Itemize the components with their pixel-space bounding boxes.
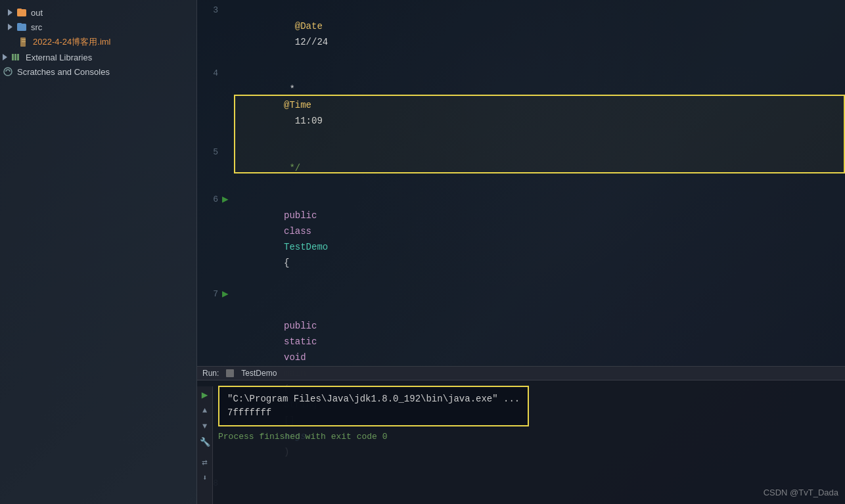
folder-icon-out: [16, 7, 27, 18]
line-num-5: 5: [197, 145, 229, 160]
extlib-icon: [11, 52, 22, 62]
run-name: TestDemo: [241, 369, 277, 378]
svg-rect-1: [22, 39, 26, 40]
watermark: CSDN @TvT_Dada: [764, 488, 838, 497]
line-content-3: @Date 12//24: [229, 3, 845, 66]
sidebar-label-extlib: External Libraries: [26, 53, 92, 62]
code-line-4: 4 * @Time 11:09: [197, 66, 845, 145]
sidebar-label-src: src: [31, 22, 42, 32]
kw-class: class: [284, 226, 317, 237]
kw-static-7: static: [284, 336, 323, 347]
line-content-6: public class TestDemo {: [229, 192, 845, 286]
folder-icon-src: [16, 22, 27, 32]
line-num-3: 3: [197, 3, 229, 18]
line-content-4: * @Time 11:09: [229, 66, 845, 145]
sidebar-label-scratches: Scratches and Consoles: [17, 67, 110, 77]
classname: TestDemo: [284, 242, 334, 252]
console-command-line: "C:\Program Files\Java\jdk1.8.0_192\bin\…: [227, 392, 520, 406]
file-icon-iml: [18, 37, 29, 47]
run-arrow-icon-6: ▶: [222, 192, 229, 208]
download-icon[interactable]: ⬇: [199, 472, 211, 484]
annotation-time: @Time: [284, 100, 311, 110]
code-line-3: 3 @Date 12//24: [197, 3, 845, 66]
kw-public-7: public: [284, 321, 323, 331]
line-content-5: */: [229, 145, 845, 192]
scroll-down-button[interactable]: ▼: [199, 421, 211, 432]
side-toolbar: ▶ ▲ ▼ 🔧 ⇄ ⬇: [197, 386, 213, 504]
svg-rect-2: [22, 41, 26, 42]
star-prefix: *: [284, 84, 300, 95]
arrow-icon: [8, 9, 12, 16]
sidebar-item-src[interactable]: src: [0, 20, 196, 34]
sidebar-label-iml: 2022-4-24博客用.iml: [33, 36, 111, 48]
sidebar-item-iml[interactable]: 2022-4-24博客用.iml: [0, 34, 196, 50]
sidebar-item-scratches[interactable]: Scratches and Consoles: [0, 64, 196, 79]
time-value: 11:09: [284, 116, 323, 126]
console-content: "C:\Program Files\Java\jdk1.8.0_192\bin\…: [213, 380, 845, 498]
console-result-line: 7fffffff: [227, 406, 520, 420]
code-line-6: 6 ▶ public class TestDemo {: [197, 192, 845, 286]
bottom-panel: Run: TestDemo ▶ ▲ ▼ 🔧 ⇄ ⬇ "C:\Program Fi…: [197, 366, 845, 504]
console-finish-line: Process finished with exit code 0: [213, 429, 845, 444]
play-button[interactable]: ▶: [199, 389, 211, 401]
arrow-icon-extlib: [3, 54, 7, 60]
run-label: Run:: [202, 369, 219, 378]
date-value: 12//24: [284, 37, 328, 47]
svg-point-6: [4, 68, 12, 76]
svg-rect-5: [17, 54, 19, 60]
annotation-date: @Date: [284, 21, 323, 32]
kw-public-6: public: [284, 210, 323, 221]
run-arrow-icon-7: ▶: [222, 286, 229, 302]
redirect-icon[interactable]: ⇄: [199, 456, 211, 468]
wrench-icon[interactable]: 🔧: [199, 436, 211, 448]
bottom-panel-header: Run: TestDemo: [197, 367, 845, 380]
svg-rect-7: [226, 369, 234, 377]
code-line-5: 5 */: [197, 145, 845, 192]
svg-rect-3: [12, 54, 14, 60]
indent-7: [284, 305, 306, 315]
scroll-up-button[interactable]: ▲: [199, 405, 211, 417]
scratches-icon: [3, 66, 13, 77]
sidebar-item-extlib[interactable]: External Libraries: [0, 50, 196, 64]
sidebar-item-out[interactable]: out: [0, 5, 196, 20]
svg-rect-4: [14, 54, 16, 60]
file-icon-run: [225, 369, 235, 378]
console-output-box: "C:\Program Files\Java\jdk1.8.0_192\bin\…: [218, 386, 529, 426]
line-num-4: 4: [197, 66, 229, 81]
comment-close: */: [284, 163, 300, 173]
brace-6: {: [284, 258, 289, 268]
kw-void-7: void: [284, 352, 311, 363]
arrow-icon-src: [8, 24, 12, 30]
sidebar: out src 2022-4-24博客用.iml Exter: [0, 0, 197, 504]
sidebar-label-out: out: [31, 8, 43, 18]
